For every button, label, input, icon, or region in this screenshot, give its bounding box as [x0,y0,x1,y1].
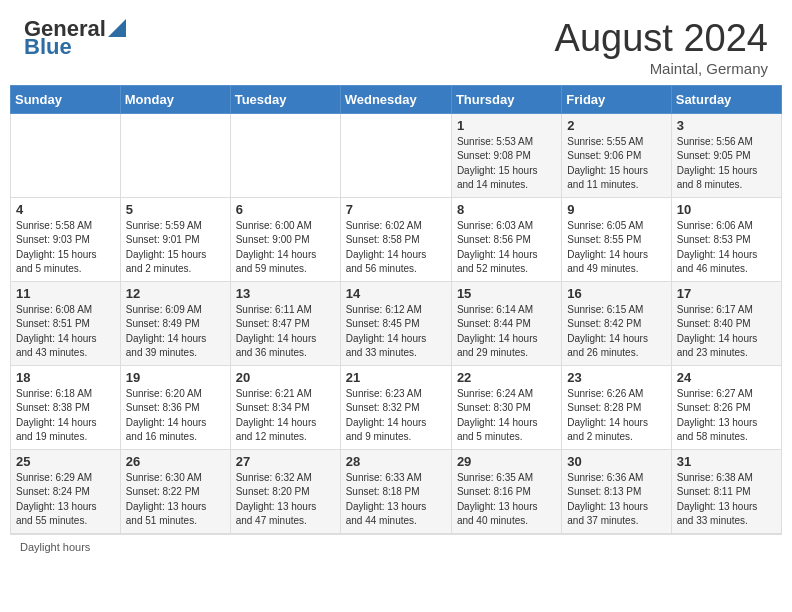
calendar-cell: 13Sunrise: 6:11 AM Sunset: 8:47 PM Dayli… [230,281,340,365]
calendar-cell: 24Sunrise: 6:27 AM Sunset: 8:26 PM Dayli… [671,365,781,449]
calendar-table: SundayMondayTuesdayWednesdayThursdayFrid… [10,85,782,534]
day-info: Sunrise: 6:27 AM Sunset: 8:26 PM Dayligh… [677,387,776,445]
calendar-week-row: 11Sunrise: 6:08 AM Sunset: 8:51 PM Dayli… [11,281,782,365]
day-info: Sunrise: 6:08 AM Sunset: 8:51 PM Dayligh… [16,303,115,361]
day-number: 1 [457,118,556,133]
day-number: 28 [346,454,446,469]
day-info: Sunrise: 5:56 AM Sunset: 9:05 PM Dayligh… [677,135,776,193]
day-info: Sunrise: 6:30 AM Sunset: 8:22 PM Dayligh… [126,471,225,529]
day-number: 26 [126,454,225,469]
calendar-cell [230,113,340,197]
calendar-cell: 21Sunrise: 6:23 AM Sunset: 8:32 PM Dayli… [340,365,451,449]
calendar-week-row: 4Sunrise: 5:58 AM Sunset: 9:03 PM Daylig… [11,197,782,281]
calendar-cell: 14Sunrise: 6:12 AM Sunset: 8:45 PM Dayli… [340,281,451,365]
day-info: Sunrise: 6:12 AM Sunset: 8:45 PM Dayligh… [346,303,446,361]
day-number: 29 [457,454,556,469]
day-number: 2 [567,118,665,133]
calendar-cell: 30Sunrise: 6:36 AM Sunset: 8:13 PM Dayli… [562,449,671,533]
calendar-header-thursday: Thursday [451,85,561,113]
day-number: 18 [16,370,115,385]
day-number: 8 [457,202,556,217]
calendar-cell: 23Sunrise: 6:26 AM Sunset: 8:28 PM Dayli… [562,365,671,449]
day-info: Sunrise: 6:00 AM Sunset: 9:00 PM Dayligh… [236,219,335,277]
day-number: 15 [457,286,556,301]
day-number: 23 [567,370,665,385]
calendar-cell: 2Sunrise: 5:55 AM Sunset: 9:06 PM Daylig… [562,113,671,197]
day-info: Sunrise: 6:29 AM Sunset: 8:24 PM Dayligh… [16,471,115,529]
logo-arrow-icon [108,19,126,37]
day-number: 30 [567,454,665,469]
calendar-cell [340,113,451,197]
day-number: 13 [236,286,335,301]
day-info: Sunrise: 6:05 AM Sunset: 8:55 PM Dayligh… [567,219,665,277]
day-info: Sunrise: 6:02 AM Sunset: 8:58 PM Dayligh… [346,219,446,277]
day-info: Sunrise: 6:35 AM Sunset: 8:16 PM Dayligh… [457,471,556,529]
day-number: 10 [677,202,776,217]
calendar-cell: 16Sunrise: 6:15 AM Sunset: 8:42 PM Dayli… [562,281,671,365]
header: General Blue August 2024 Maintal, German… [0,0,792,85]
calendar-cell: 15Sunrise: 6:14 AM Sunset: 8:44 PM Dayli… [451,281,561,365]
day-info: Sunrise: 6:32 AM Sunset: 8:20 PM Dayligh… [236,471,335,529]
calendar-cell: 6Sunrise: 6:00 AM Sunset: 9:00 PM Daylig… [230,197,340,281]
calendar-cell: 28Sunrise: 6:33 AM Sunset: 8:18 PM Dayli… [340,449,451,533]
day-info: Sunrise: 6:24 AM Sunset: 8:30 PM Dayligh… [457,387,556,445]
calendar-header-saturday: Saturday [671,85,781,113]
calendar-cell: 19Sunrise: 6:20 AM Sunset: 8:36 PM Dayli… [120,365,230,449]
calendar-cell: 26Sunrise: 6:30 AM Sunset: 8:22 PM Dayli… [120,449,230,533]
calendar-header-sunday: Sunday [11,85,121,113]
day-number: 24 [677,370,776,385]
calendar-week-row: 18Sunrise: 6:18 AM Sunset: 8:38 PM Dayli… [11,365,782,449]
day-info: Sunrise: 6:03 AM Sunset: 8:56 PM Dayligh… [457,219,556,277]
month-year: August 2024 [555,18,768,60]
day-number: 3 [677,118,776,133]
day-number: 19 [126,370,225,385]
day-number: 14 [346,286,446,301]
day-number: 20 [236,370,335,385]
day-number: 11 [16,286,115,301]
location: Maintal, Germany [555,60,768,77]
day-number: 16 [567,286,665,301]
day-info: Sunrise: 6:11 AM Sunset: 8:47 PM Dayligh… [236,303,335,361]
calendar-cell: 12Sunrise: 6:09 AM Sunset: 8:49 PM Dayli… [120,281,230,365]
day-number: 5 [126,202,225,217]
calendar-cell: 10Sunrise: 6:06 AM Sunset: 8:53 PM Dayli… [671,197,781,281]
calendar-cell [120,113,230,197]
logo-blue: Blue [24,36,72,58]
day-info: Sunrise: 6:26 AM Sunset: 8:28 PM Dayligh… [567,387,665,445]
calendar-header-monday: Monday [120,85,230,113]
calendar-cell [11,113,121,197]
footer: Daylight hours [10,534,782,559]
day-info: Sunrise: 6:23 AM Sunset: 8:32 PM Dayligh… [346,387,446,445]
day-info: Sunrise: 6:15 AM Sunset: 8:42 PM Dayligh… [567,303,665,361]
day-info: Sunrise: 6:33 AM Sunset: 8:18 PM Dayligh… [346,471,446,529]
day-number: 6 [236,202,335,217]
day-number: 21 [346,370,446,385]
day-number: 17 [677,286,776,301]
calendar-cell: 4Sunrise: 5:58 AM Sunset: 9:03 PM Daylig… [11,197,121,281]
day-number: 4 [16,202,115,217]
day-info: Sunrise: 6:38 AM Sunset: 8:11 PM Dayligh… [677,471,776,529]
title-area: August 2024 Maintal, Germany [555,18,768,77]
logo: General Blue [24,18,126,58]
calendar-cell: 22Sunrise: 6:24 AM Sunset: 8:30 PM Dayli… [451,365,561,449]
calendar-cell: 3Sunrise: 5:56 AM Sunset: 9:05 PM Daylig… [671,113,781,197]
day-info: Sunrise: 5:58 AM Sunset: 9:03 PM Dayligh… [16,219,115,277]
calendar-week-row: 25Sunrise: 6:29 AM Sunset: 8:24 PM Dayli… [11,449,782,533]
calendar-header-friday: Friday [562,85,671,113]
day-info: Sunrise: 5:55 AM Sunset: 9:06 PM Dayligh… [567,135,665,193]
day-info: Sunrise: 6:17 AM Sunset: 8:40 PM Dayligh… [677,303,776,361]
svg-marker-0 [108,19,126,37]
calendar-cell: 29Sunrise: 6:35 AM Sunset: 8:16 PM Dayli… [451,449,561,533]
day-info: Sunrise: 6:36 AM Sunset: 8:13 PM Dayligh… [567,471,665,529]
day-number: 25 [16,454,115,469]
calendar-header-wednesday: Wednesday [340,85,451,113]
day-number: 12 [126,286,225,301]
calendar-cell: 7Sunrise: 6:02 AM Sunset: 8:58 PM Daylig… [340,197,451,281]
calendar-cell: 20Sunrise: 6:21 AM Sunset: 8:34 PM Dayli… [230,365,340,449]
calendar-cell: 31Sunrise: 6:38 AM Sunset: 8:11 PM Dayli… [671,449,781,533]
day-number: 27 [236,454,335,469]
day-info: Sunrise: 6:21 AM Sunset: 8:34 PM Dayligh… [236,387,335,445]
day-info: Sunrise: 6:20 AM Sunset: 8:36 PM Dayligh… [126,387,225,445]
calendar-header-row: SundayMondayTuesdayWednesdayThursdayFrid… [11,85,782,113]
calendar-cell: 25Sunrise: 6:29 AM Sunset: 8:24 PM Dayli… [11,449,121,533]
